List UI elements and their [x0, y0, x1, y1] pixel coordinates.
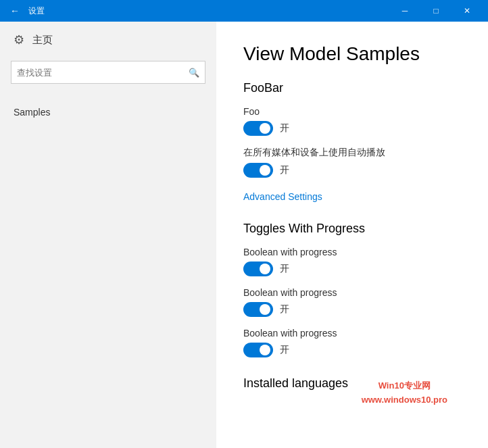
- bool-progress-2-label: Boolean with progress: [243, 287, 461, 298]
- autoplay-setting: 在所有媒体和设备上使用自动播放 开: [243, 147, 461, 178]
- close-button[interactable]: ✕: [452, 0, 483, 22]
- sidebar-nav: Samples: [0, 95, 216, 130]
- search-icon: 🔍: [189, 68, 199, 78]
- bool-toggle-3-track: [243, 343, 273, 357]
- foo-toggle[interactable]: [243, 121, 273, 136]
- bool-toggle-3-state: 开: [280, 344, 289, 356]
- autoplay-toggle[interactable]: [243, 163, 273, 178]
- bool-toggle-2-state: 开: [280, 303, 289, 316]
- foobar-section-title: FooBar: [243, 81, 461, 95]
- search-input[interactable]: [17, 68, 189, 78]
- search-container: 🔍: [11, 61, 205, 84]
- sidebar-item-samples[interactable]: Samples: [0, 100, 216, 124]
- page-title: View Model Samples: [243, 43, 461, 65]
- back-button[interactable]: ←: [5, 1, 24, 20]
- bool-progress-3-label: Boolean with progress: [243, 328, 461, 339]
- toggles-section-title: Toggles With Progress: [243, 222, 461, 236]
- foo-setting: Foo 开: [243, 106, 461, 136]
- autoplay-toggle-state: 开: [280, 164, 289, 176]
- autoplay-toggle-row: 开: [243, 163, 461, 178]
- bool-toggle-2-track: [243, 302, 273, 317]
- bool-toggle-1[interactable]: [243, 262, 273, 276]
- foo-label: Foo: [243, 106, 461, 117]
- bool-toggle-1-track: [243, 262, 273, 276]
- bool-toggle-2[interactable]: [243, 302, 273, 317]
- autoplay-label: 在所有媒体和设备上使用自动播放: [243, 147, 461, 159]
- autoplay-toggle-thumb: [260, 165, 270, 176]
- bool-progress-3: Boolean with progress 开: [243, 328, 461, 357]
- title-bar: ← 设置 ─ □ ✕: [0, 0, 488, 22]
- home-gear-icon: ⚙: [14, 32, 24, 47]
- sidebar-home-label: 主页: [32, 34, 53, 47]
- bool-toggle-2-thumb: [260, 304, 270, 315]
- watermark-line2: www.windows10.pro: [362, 393, 447, 407]
- main-content: View Model Samples FooBar Foo 开 在所有媒体和设备…: [216, 22, 488, 448]
- bool-progress-1-row: 开: [243, 262, 461, 276]
- installed-languages-title: Installed languages: [243, 376, 461, 391]
- foo-toggle-row: 开: [243, 121, 461, 136]
- bool-progress-3-row: 开: [243, 343, 461, 357]
- sidebar: ⚙ 主页 🔍 Samples: [0, 22, 216, 448]
- maximize-button[interactable]: □: [420, 0, 452, 22]
- bool-progress-1: Boolean with progress 开: [243, 247, 461, 276]
- foo-toggle-state: 开: [280, 122, 289, 134]
- sidebar-home-item[interactable]: ⚙ 主页: [0, 22, 216, 58]
- bool-toggle-3[interactable]: [243, 343, 273, 357]
- advanced-settings-link[interactable]: Advanced Settings: [243, 191, 322, 202]
- app-body: ⚙ 主页 🔍 Samples View Model Samples FooBar…: [0, 22, 488, 448]
- toggles-section: Toggles With Progress Boolean with progr…: [243, 222, 461, 357]
- window-title: 设置: [28, 5, 389, 17]
- foo-toggle-thumb: [260, 123, 270, 134]
- bool-toggle-1-thumb: [260, 264, 270, 274]
- autoplay-toggle-track: [243, 163, 273, 178]
- window-controls: ─ □ ✕: [389, 0, 483, 22]
- bool-progress-2-row: 开: [243, 302, 461, 317]
- installed-languages-section: Installed languages: [243, 376, 461, 391]
- minimize-button[interactable]: ─: [389, 0, 420, 22]
- bool-progress-1-label: Boolean with progress: [243, 247, 461, 257]
- bool-toggle-3-thumb: [260, 345, 270, 355]
- bool-progress-2: Boolean with progress 开: [243, 287, 461, 317]
- foo-toggle-track: [243, 121, 273, 136]
- foobar-section: FooBar Foo 开 在所有媒体和设备上使用自动播放: [243, 81, 461, 203]
- bool-toggle-1-state: 开: [280, 263, 289, 275]
